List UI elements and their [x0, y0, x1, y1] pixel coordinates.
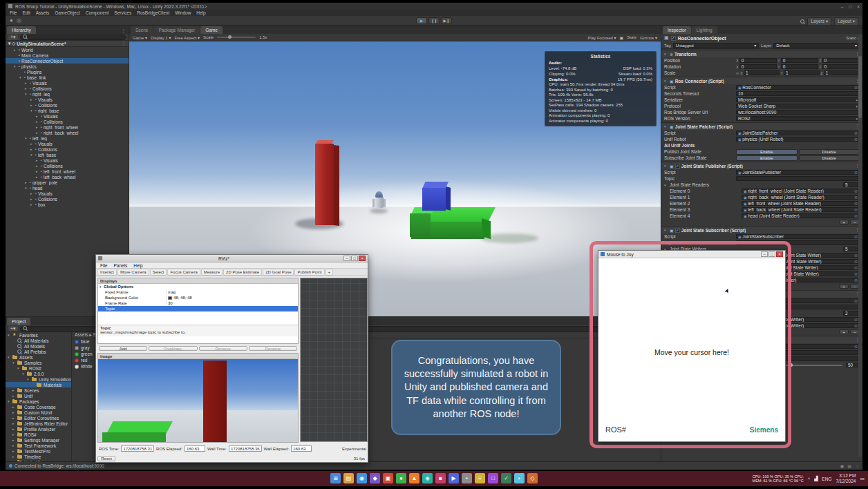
play-focused-dropdown[interactable]: Play Focused ▾ [588, 35, 616, 40]
rviz-tool-button[interactable]: Focus Camera [167, 269, 200, 276]
foldout-arrow-icon[interactable]: ▸ [12, 438, 17, 442]
foldout-arrow-icon[interactable]: ▾ [14, 64, 19, 68]
inspector-row[interactable]: Protocol Web Socket Sharp▾⊙ ⋮ [661, 103, 862, 109]
aspect-dropdown[interactable]: Free Aspect ▾ [174, 35, 200, 40]
close-button[interactable]: × [776, 251, 783, 257]
project-folder-item[interactable]: Materials [6, 382, 71, 387]
displays-action-button[interactable]: Duplicate [149, 346, 197, 351]
foldout-arrow-icon[interactable]: ▸ [30, 202, 35, 207]
play-button[interactable]: ▶ [416, 17, 427, 24]
object-picker-icon[interactable]: ⊙ [854, 170, 858, 175]
foldout-arrow-icon[interactable]: ▾ [664, 228, 668, 232]
ros-time-value[interactable]: 1720818758.31 [121, 445, 154, 452]
enable-button[interactable]: Enable [736, 149, 798, 155]
taskbar-app-icon[interactable]: ▣ [383, 473, 393, 483]
foldout-arrow-icon[interactable]: ▸ [12, 394, 17, 398]
menu-item[interactable]: Help [194, 10, 208, 15]
hierarchy-item[interactable]: ▸ Visuals [6, 191, 129, 196]
rviz-tool-button[interactable]: Measure [201, 269, 223, 276]
inspector-row[interactable]: Script JointStatePublisher▾⊙ ⋮ [661, 169, 862, 175]
display-property-row[interactable]: Topic [98, 306, 298, 311]
scene-menu-icon[interactable]: ⋮ [122, 41, 126, 46]
inspector-row[interactable]: Urdf Robot physics (Urdf Robot)▾⊙ ⋮ [661, 136, 862, 142]
displays-action-button[interactable]: Remove [199, 346, 247, 351]
image-panel-title[interactable]: Image [98, 354, 298, 359]
inspector-row[interactable]: ▾ ▣ ✓ Joint State Subscriber (Script) ▾⊙… [661, 226, 862, 233]
property-value-field[interactable]: physics (Urdf Robot)▾⊙ [736, 137, 860, 142]
foldout-arrow-icon[interactable]: ▸ [30, 97, 35, 102]
foldout-arrow-icon[interactable]: ▾ [8, 333, 12, 337]
x-value-field[interactable]: 1 [744, 70, 780, 75]
rviz-titlebar[interactable]: RViz* – □ × [96, 255, 368, 262]
network-icon[interactable]: ▟ [814, 476, 818, 481]
project-folder-item[interactable]: ▸ TextMeshPro [6, 448, 71, 454]
inspector-row[interactable]: ▾⊙ + − ⋮ [661, 219, 862, 225]
inspector-row[interactable]: Element 3 left_back_wheel (Joint State R… [661, 207, 862, 213]
minimize-button[interactable]: – [343, 256, 350, 261]
project-folder-item[interactable]: ▾ Packages [6, 399, 71, 404]
hierarchy-item[interactable]: ▸ Visuals [6, 97, 129, 102]
foldout-arrow-icon[interactable]: ▾ [25, 136, 30, 140]
inspector-row[interactable]: Ros Bridge Server Url ws://localhost:909… [661, 109, 862, 115]
inspector-row[interactable]: Element 4 head (Joint State Reader)▾⊙ ⋮ [661, 213, 862, 219]
property-value-field[interactable]: head (Joint State Reader)▾⊙ [742, 213, 860, 218]
inspector-row[interactable]: ▾ ▣ Joint State Patcher (Script) ▾⊙ ⋮ [661, 122, 862, 130]
object-picker-icon[interactable]: ⊙ [854, 259, 858, 264]
console-icon[interactable]: ▣ [840, 463, 845, 468]
project-folder-item[interactable]: All Materials [6, 338, 71, 343]
foldout-arrow-icon[interactable]: ▾ [664, 164, 668, 168]
foldout-arrow-icon[interactable]: ▸ [12, 416, 17, 420]
hierarchy-item[interactable]: ▸ gripper_pole [6, 180, 129, 185]
hierarchy-item[interactable]: ▾ base_link [6, 75, 129, 80]
hierarchy-item[interactable]: ▸ Collisions [6, 86, 129, 91]
object-picker-icon[interactable]: ⊙ [854, 85, 858, 90]
foldout-arrow-icon[interactable]: ▾ [664, 79, 668, 83]
property-value-field[interactable]: Microsoft▾⊙ [736, 97, 860, 102]
component-enabled-checkbox[interactable]: ✓ [675, 164, 680, 169]
step-button[interactable]: ▶❙ [441, 17, 452, 24]
property-value-field[interactable]: JointStatePublisher▾⊙ [736, 170, 860, 175]
inspector-row[interactable]: ▾ ▣ Ros Connector (Script) ▾⊙ ⋮ [661, 77, 862, 84]
foldout-arrow-icon[interactable]: ▸ [36, 175, 41, 179]
property-value[interactable]: 30 [166, 301, 296, 305]
z-value-field[interactable]: 0 [822, 64, 860, 69]
project-folder-item[interactable]: ▾ 2.0.0 [6, 371, 71, 376]
inspector-row[interactable]: Element 2 left_front_wheel (Joint State … [661, 200, 862, 207]
rviz-tool-button[interactable]: 2D Goal Pose [263, 269, 294, 276]
hierarchy-item[interactable]: ▸ Collisions [6, 196, 129, 202]
hierarchy-item[interactable]: ▸ Visuals [6, 157, 129, 163]
taskbar-app-icon[interactable]: ◇ [527, 473, 538, 483]
property-value-field[interactable]: RosConnector▾⊙ [736, 85, 860, 90]
taskbar-app-icon[interactable]: ▲ [409, 473, 419, 483]
panel-menu-icon[interactable]: ⋮ [121, 28, 129, 34]
menu-item[interactable]: File [7, 10, 19, 15]
display-property-row[interactable]: ▾ Global Options [98, 284, 298, 289]
displays-action-button[interactable]: Rename [249, 346, 297, 351]
hierarchy-item[interactable]: ▸ Collisions [6, 102, 129, 108]
layer-dropdown[interactable]: Default▾ [773, 43, 860, 48]
foldout-arrow-icon[interactable]: ▸ [12, 388, 17, 392]
disable-button[interactable]: Disable [799, 149, 860, 155]
foldout-arrow-icon[interactable]: ▸ [36, 119, 41, 124]
display-property-row[interactable]: Fixed Frame map [98, 289, 298, 295]
layers-dropdown[interactable]: Layers▾ [807, 17, 831, 26]
foldout-arrow-icon[interactable]: ▾ [25, 92, 30, 96]
displays-action-button[interactable]: Add [99, 346, 147, 351]
foldout-arrow-icon[interactable]: ▸ [25, 81, 30, 85]
property-value-field[interactable]: ws://localhost:9090▾⊙ [736, 110, 860, 115]
close-button[interactable]: × [857, 4, 860, 9]
y-value-field[interactable]: 1 [784, 70, 820, 75]
object-picker-icon[interactable]: ⊙ [854, 207, 858, 212]
hierarchy-item[interactable]: ▸ World [6, 47, 129, 52]
inspector-row[interactable]: Topic ▾⊙ ⋮ [661, 175, 862, 182]
mousejoy-canvas[interactable]: ➤ Move your cursor here! ROS# Siemens [598, 258, 785, 442]
wall-time-value[interactable]: 1720818758.36 [229, 445, 262, 452]
inspector-row[interactable]: Element 0 right_front_wheel (Joint State… [661, 188, 862, 194]
object-picker-icon[interactable]: ⊙ [854, 131, 858, 135]
property-value-field[interactable]: left_back_wheel (Joint State Reader)▾⊙ [742, 207, 860, 212]
object-picker-icon[interactable]: ⊙ [854, 317, 858, 322]
foldout-arrow-icon[interactable]: ▾ [8, 355, 12, 359]
account-icon[interactable]: ● [10, 17, 13, 23]
project-folder-item[interactable]: ▸ Scenes [6, 387, 71, 393]
inspector-row[interactable]: Seconds Timeout 10▾⊙ ⋮ [661, 90, 862, 97]
